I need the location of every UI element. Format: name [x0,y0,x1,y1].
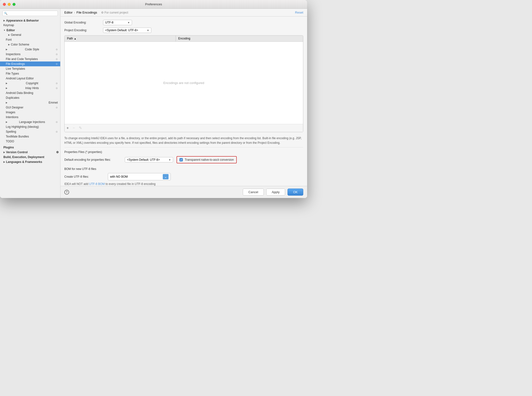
content-header: Editor › File Encodings ⚙ For current pr… [60,9,307,16]
settings-icon: ⚙ [56,63,58,65]
sidebar-item-language-injections[interactable]: ▶ Language Injections ⚙ [0,120,60,124]
sidebar-item-languages-frameworks[interactable]: ▶ Languages & Frameworks [0,159,60,164]
sidebar-item-appearance[interactable]: ▶ Appearance & Behavior [0,18,60,23]
sidebar-item-log-highlighting[interactable]: Log Highlighting (Ideolog) [0,124,60,129]
sidebar-item-keymap[interactable]: Keymap [0,23,60,28]
sidebar-item-textmate-bundles[interactable]: TextMate Bundles [0,134,60,139]
dropdown-arrow-icon: ⌄ [163,174,169,179]
path-column-header[interactable]: Path ▲ [65,36,176,41]
breadcrumb: Editor › File Encodings ⚙ For current pr… [64,11,128,14]
sidebar-item-android-layout-editor[interactable]: Android Layout Editor [0,76,60,81]
remove-button[interactable]: − [72,126,76,130]
sidebar-item-build-execution[interactable]: Build, Execution, Deployment [0,154,60,159]
sidebar-item-duplicates[interactable]: Duplicates [0,95,60,100]
default-encoding-prop-label: Default encoding for properties files: [64,158,125,161]
chevron-down-icon: ▼ [169,159,171,161]
help-button[interactable]: ? [64,190,69,195]
sidebar-item-inspections[interactable]: Inspections ⚙ [0,52,60,57]
sidebar-item-code-style[interactable]: ▶ Code Style ⚙ [0,47,60,52]
sidebar-item-label: Languages & Frameworks [6,160,42,164]
cancel-button[interactable]: Cancel [243,189,264,196]
sidebar-item-editor[interactable]: ▼ Editor [0,28,60,32]
global-encoding-dropdown[interactable]: UTF-8 ▼ [103,20,132,25]
for-project-label: ⚙ For current project [101,11,128,14]
chevron-down-icon: ▼ [147,29,149,32]
window-controls [3,3,15,6]
sidebar-item-label: Appearance & Behavior [6,19,39,22]
search-box[interactable]: 🔍 [2,11,58,16]
sidebar-item-file-types[interactable]: File Types [0,71,60,76]
table-toolbar: + − ✎ [65,124,303,132]
default-encoding-prop-value: <System Default: UTF-8> [127,158,160,161]
bom-info-text: IDEA will NOT add UTF-8 BOM to every cre… [64,182,303,186]
settings-icon: ⚙ [56,106,58,109]
sidebar-item-spelling[interactable]: Spelling ⚙ [0,129,60,134]
add-button[interactable]: + [66,126,70,130]
search-icon: 🔍 [4,12,7,15]
settings-icon: ⚙ [56,82,58,85]
project-encoding-label: Project Encoding: [64,29,103,32]
sidebar-item-images[interactable]: Images [0,110,60,115]
sidebar-item-general[interactable]: ▶ General [0,32,60,37]
sidebar-item-live-templates[interactable]: Live Templates [0,66,60,71]
edit-button[interactable]: ✎ [78,126,83,130]
sidebar-item-label: Spelling [6,130,16,133]
table-body: Encodings are not configured [65,42,303,124]
settings-icon: ⚙ [56,151,59,154]
breadcrumb-parent: Editor [64,11,73,14]
sidebar-item-gui-designer[interactable]: GUI Designer ⚙ [0,105,60,110]
close-button[interactable] [3,3,6,6]
default-encoding-prop-dropdown[interactable]: <System Default: UTF-8> ▼ [125,157,173,162]
title-bar: Preferences [0,0,307,9]
properties-section-title: Properties Files (*.properties) [64,150,303,154]
empty-message: Encodings are not configured [163,81,204,85]
sidebar-item-emmet[interactable]: ▶ Emmet [0,100,60,105]
sidebar-item-label: File and Code Templates [6,57,38,61]
ok-button[interactable]: OK [288,189,303,196]
reset-button[interactable]: Reset [295,11,303,14]
chevron-right-icon: ▶ [3,151,5,153]
sidebar-item-file-code-templates[interactable]: File and Code Templates ⚙ [0,57,60,61]
project-encoding-dropdown[interactable]: <System Default: UTF-8> ▼ [103,28,151,33]
window-title: Preferences [145,2,162,6]
sidebar-item-label: Android Layout Editor [6,77,34,80]
sidebar-item-android-data-binding[interactable]: Android Data Binding [0,91,60,95]
search-input[interactable] [8,12,56,15]
sidebar-item-color-scheme[interactable]: ▶ Color Scheme [0,42,60,47]
chevron-right-icon: ▶ [6,101,7,104]
sidebar-item-intentions[interactable]: Intentions [0,115,60,120]
sidebar-item-label: Plugins [3,146,14,149]
apply-button[interactable]: Apply [266,189,285,196]
transparent-conversion-label: Transparent native-to-ascii conversion [185,158,234,161]
path-header-label: Path [67,37,73,40]
properties-section: Properties Files (*.properties) Default … [64,150,303,163]
sidebar-item-todo[interactable]: TODO [0,139,60,144]
sidebar-item-label: Font [6,38,12,41]
bom-section: BOM for new UTF-8 files Create UTF-8 fil… [64,167,303,186]
sidebar-item-version-control[interactable]: ▶ Version Control ⚙ [0,150,60,154]
maximize-button[interactable] [13,3,15,6]
sidebar-item-label: Editor [7,29,15,32]
transparent-conversion-checkbox[interactable] [179,158,183,161]
encoding-table: Path ▲ Encoding Encodings are not config… [64,35,303,132]
sidebar-item-font[interactable]: Font [0,37,60,42]
sidebar-item-inlay-hints[interactable]: ▶ Inlay Hints ⚙ [0,86,60,91]
sidebar-item-label: File Types [6,72,19,75]
settings-icon: ⚙ [56,53,58,56]
breadcrumb-current: File Encodings [76,11,97,14]
sidebar-item-copyright[interactable]: ▶ Copyright ⚙ [0,81,60,86]
minimize-button[interactable] [8,3,11,6]
global-encoding-label: Global Encoding: [64,21,103,24]
bom-link[interactable]: UTF-8 BOM [89,182,105,186]
chevron-right-icon: ▶ [6,82,7,84]
settings-icon: ⚙ [56,48,58,51]
global-encoding-row: Global Encoding: UTF-8 ▼ [64,20,303,25]
sidebar-item-label: Inlay Hints [25,86,39,90]
sidebar-item-plugins[interactable]: Plugins [0,145,60,150]
sidebar-item-label: Images [6,111,15,114]
chevron-right-icon: ▶ [6,121,7,123]
sidebar-item-file-encodings[interactable]: File Encodings ⚙ [0,61,60,66]
bom-info-suffix: to every created file in UTF-8 encoding [105,182,155,186]
create-utf8-dropdown[interactable]: with NO BOM ⌄ [108,173,171,180]
chevron-right-icon: ▶ [6,87,7,89]
